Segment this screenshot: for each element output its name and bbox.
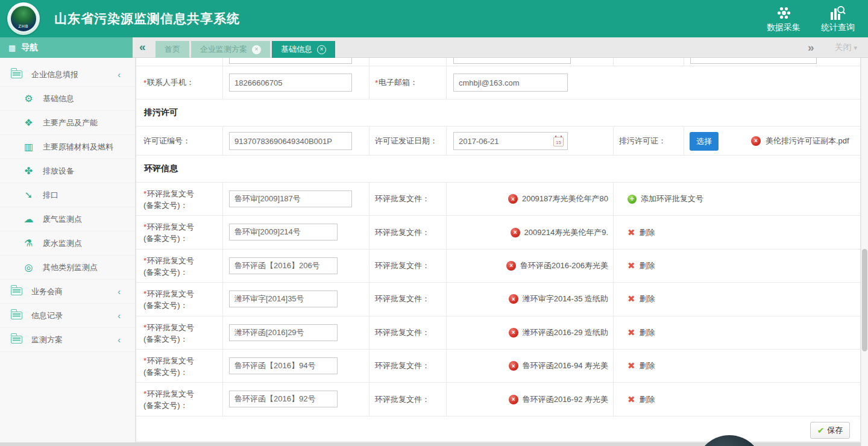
eia-file-name[interactable]: 2009214寿光美伦年产9.	[524, 227, 608, 238]
eia-row: *环评批复文号 (备案文号)： 环评批复文件： × 鲁环评函2016-92 寿光…	[136, 383, 860, 416]
remove-file-icon[interactable]: ×	[509, 294, 518, 304]
navbar-right: » 关闭 ▾	[808, 37, 857, 58]
tabs-scroll-left-button[interactable]: «	[139, 40, 146, 54]
outlet-icon: ➘	[23, 189, 34, 201]
sidebar-group[interactable]: 信息记录 ‹	[0, 304, 135, 328]
eia-doc-no-input[interactable]	[229, 291, 338, 307]
remove-permit-file-icon[interactable]: ×	[751, 136, 761, 146]
eia-file-name[interactable]: 潍环评函2016-29 造纸助	[523, 327, 608, 338]
phone-label: *联系人手机：	[143, 66, 194, 99]
sidebar-item[interactable]: ⚙ 基础信息	[0, 87, 135, 111]
sidebar-item[interactable]: ▥ 主要原辅材料及燃料	[0, 135, 135, 159]
sidebar-item[interactable]: ☁ 废气监测点	[0, 207, 135, 231]
eia-file-label: 环评批复文件：	[375, 316, 430, 349]
tab-home[interactable]: 首页	[156, 41, 189, 58]
email-input[interactable]	[453, 74, 568, 92]
close-tabs-menu[interactable]: 关闭 ▾	[835, 42, 857, 53]
sidebar-group[interactable]: 业务会商 ‹	[0, 280, 135, 304]
phone-input[interactable]	[229, 74, 352, 92]
eia-file-name[interactable]: 鲁环评函2016-92 寿光美	[523, 394, 608, 405]
eia-file-name[interactable]: 鲁环评函2016-206寿光美	[520, 260, 608, 271]
sidebar-group-label: 监测方案	[31, 334, 63, 345]
sidebar-group[interactable]: 监测方案 ‹	[0, 328, 135, 352]
eia-row: *环评批复文号 (备案文号)： 环评批复文件： × 潍环审字2014-35 造纸…	[136, 283, 860, 316]
delete-eia-row-button[interactable]: ✖ 删除	[627, 260, 655, 271]
delete-eia-row-button[interactable]: ✖ 删除	[627, 294, 655, 304]
eia-file-name[interactable]: 潍环审字2014-35 造纸助	[523, 294, 608, 304]
delete-eia-row-button[interactable]: ✖ 删除	[627, 327, 655, 338]
app-header: ZHB 山东省污染源监测信息共享系统 数据采集 统计查询	[0, 0, 868, 37]
remove-file-icon[interactable]: ×	[511, 228, 520, 237]
sidebar-group[interactable]: 企业信息填报 ‹	[0, 63, 135, 87]
delete-cross-icon: ✖	[627, 360, 635, 371]
eia-row: *环评批复文号 (备案文号)： 环评批复文件： × 鲁环评函2016-206寿光…	[136, 250, 860, 283]
folder-icon	[11, 312, 22, 319]
remove-file-icon[interactable]: ×	[508, 194, 518, 204]
eia-file-name[interactable]: 鲁环评函2016-94 寿光美	[523, 360, 608, 371]
delete-eia-row-button[interactable]: ✖ 删除	[627, 227, 655, 238]
tabs-scroll-right-button[interactable]: »	[808, 41, 814, 54]
remove-file-icon[interactable]: ×	[506, 261, 516, 271]
clipped-input[interactable]	[690, 58, 817, 64]
stats-query-button[interactable]: 统计查询	[816, 4, 860, 33]
eia-file-name[interactable]: 2009187寿光美伦年产80	[522, 193, 608, 204]
eia-file-label: 环评批复文件：	[375, 383, 430, 415]
clipped-input[interactable]	[453, 58, 571, 64]
add-eia-doc-button[interactable]: + 添加环评批复文号	[627, 193, 703, 204]
check-icon: ✔	[817, 426, 825, 435]
tab-label: 首页	[165, 44, 180, 55]
folder-icon	[11, 336, 22, 344]
sidebar-item-label: 废水监测点	[43, 238, 82, 249]
calendar-icon[interactable]: 15	[553, 137, 564, 146]
eia-file-label: 环评批复文件：	[375, 283, 430, 315]
eia-doc-no-input[interactable]	[229, 391, 338, 407]
remove-file-icon[interactable]: ×	[509, 328, 518, 338]
tab-enterprise-plan[interactable]: 企业监测方案×	[191, 41, 270, 58]
remove-file-icon[interactable]: ×	[509, 361, 518, 371]
scrollbar-thumb[interactable]	[862, 249, 867, 351]
eia-file-cell: × 鲁环评函2016-94 寿光美	[446, 350, 613, 382]
remove-file-icon[interactable]: ×	[509, 395, 518, 404]
save-button[interactable]: ✔ 保存	[810, 422, 850, 439]
eia-action-cell: ✖ 删除	[613, 383, 860, 415]
clipped-form-row	[136, 58, 860, 66]
delete-eia-row-button[interactable]: ✖ 删除	[627, 360, 655, 371]
eia-action-cell: + 添加环评批复文号	[613, 183, 860, 215]
tab-basic-info[interactable]: 基础信息×	[272, 41, 335, 58]
eia-doc-no-input[interactable]	[229, 357, 338, 374]
plus-icon: +	[627, 195, 637, 204]
nav-label: 导航	[21, 42, 38, 53]
clipped-input[interactable]	[229, 58, 352, 64]
issue-date-input[interactable]	[453, 132, 568, 150]
choose-file-button[interactable]: 选择	[690, 132, 719, 151]
permit-file-label: 排污许可证：	[619, 127, 666, 155]
eia-doc-no-input[interactable]	[229, 257, 338, 274]
eia-doc-no-input[interactable]	[229, 190, 352, 207]
chevron-left-icon: ‹	[118, 70, 121, 80]
eia-action-cell: ✖ 删除	[613, 350, 860, 382]
vertical-scrollbar[interactable]	[861, 58, 868, 446]
tab-close-icon[interactable]: ×	[317, 45, 326, 54]
eia-doc-no-input[interactable]	[229, 224, 338, 240]
permit-file-name[interactable]: 美伦排污许可证副本.pdf	[766, 136, 849, 146]
chevron-left-icon: ‹	[118, 335, 121, 345]
data-collect-button[interactable]: 数据采集	[762, 4, 805, 33]
sidebar-item[interactable]: ◎ 其他类别监测点	[0, 256, 135, 280]
license-no-input[interactable]	[229, 132, 352, 150]
sidebar-item[interactable]: ⚗ 废水监测点	[0, 231, 135, 256]
sidebar-group-label: 业务会商	[31, 286, 63, 297]
logo-emblem: ZHB	[10, 5, 37, 33]
delete-cross-icon: ✖	[627, 227, 635, 238]
sidebar-item[interactable]: ✤ 排放设备	[0, 159, 135, 183]
tab-navbar: ▦ 导航 « 首页企业监测方案×基础信息× » 关闭 ▾	[0, 37, 868, 58]
sidebar-item[interactable]: ❖ 主要产品及产能	[0, 111, 135, 135]
nav-header[interactable]: ▦ 导航	[0, 37, 133, 58]
fan-icon: ✤	[23, 165, 34, 177]
tab-close-icon[interactable]: ×	[252, 45, 261, 54]
nav-grid-icon: ▦	[8, 43, 16, 52]
eia-file-cell: × 鲁环评函2016-92 寿光美	[446, 383, 613, 415]
sidebar-item[interactable]: ➘ 排口	[0, 183, 135, 207]
caret-down-icon: ▾	[854, 44, 857, 51]
eia-doc-no-input[interactable]	[229, 324, 338, 341]
delete-eia-row-button[interactable]: ✖ 删除	[627, 394, 655, 405]
